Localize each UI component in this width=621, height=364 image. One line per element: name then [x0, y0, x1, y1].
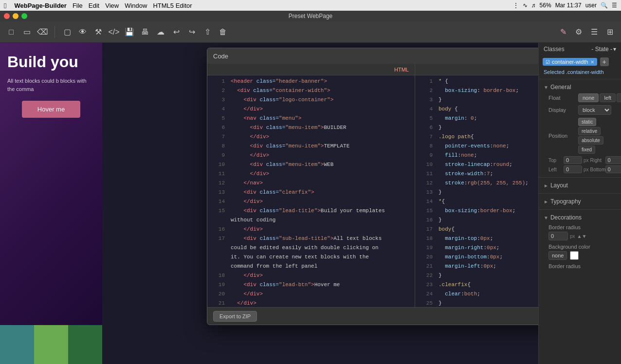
display-row: Display block [544, 104, 616, 116]
html-code-content[interactable]: 1 <header class="header-banner"> 2 <div … [207, 75, 415, 307]
preview-bottom-teal [0, 325, 34, 364]
html-line-2: 2 <div class="container-width"> [207, 87, 415, 96]
left-input[interactable] [564, 165, 582, 173]
user-label[interactable]: user [585, 2, 597, 9]
save-icon[interactable]: 💾 [124, 27, 135, 37]
remove-class-button[interactable]: ✕ [590, 59, 594, 65]
html-line-11: 11 </div> [207, 170, 415, 179]
decorations-collapse[interactable]: ▼ Decorations [544, 213, 616, 222]
main-layout: Build you All text blocks could b blocks… [0, 43, 621, 364]
toolbar-right: ✎ ⚙ ☰ ⊞ [558, 27, 615, 37]
html-line-14: 14 </div> [207, 198, 415, 207]
right-input[interactable] [605, 156, 621, 164]
state-dropdown[interactable]: - State - ▾ [591, 46, 616, 53]
position-relative-button[interactable]: relative [578, 127, 601, 135]
position-absolute-button[interactable]: absolute [578, 136, 603, 145]
html-pane: HTML 1 <header class="header-banner"> 2 … [207, 64, 415, 307]
css-line-9: 9 fill:none; [415, 151, 538, 161]
decorations-section: ▼ Decorations Border radius px ▲▼ Backgr… [539, 211, 621, 274]
list-icon[interactable]: ☰ [589, 27, 600, 37]
phone-icon[interactable]: ⌫ [37, 27, 48, 37]
html-line-4: 4 </div> [207, 105, 415, 114]
brush-icon[interactable]: ✎ [558, 27, 568, 37]
display-select[interactable]: block [578, 105, 611, 115]
preview-title: Build you [7, 53, 95, 71]
search-icon[interactable]: 🔍 [601, 2, 608, 9]
dialog-body: HTML 1 <header class="header-banner"> 2 … [207, 64, 538, 307]
border-radius-input[interactable] [548, 232, 568, 240]
preview-icon[interactable]: 👁 [77, 27, 88, 37]
float-right-button[interactable]: right [617, 93, 621, 102]
chevron-down-icon: ▾ [613, 46, 616, 53]
general-collapse[interactable]: ▼ General [544, 82, 616, 92]
position-row: Position static relative absolute fixed [544, 116, 616, 155]
layout-collapse[interactable]: ► Layout [544, 181, 616, 190]
undo-icon[interactable]: ↩ [171, 27, 182, 37]
menu-window[interactable]: Window [125, 2, 147, 9]
html-line-17: 17 <div class="sub-lead-title">All text … [207, 235, 415, 244]
stepper-icon[interactable]: ▲▼ [577, 234, 587, 239]
apple-icon[interactable]:  [4, 1, 6, 10]
html-line-15: 15 <div class="lead-title">Build your te… [207, 207, 415, 216]
close-button[interactable] [4, 13, 10, 19]
classes-row: ☑ container-width ✕ + [539, 55, 621, 68]
css-line-14: 14 *{ [415, 198, 538, 207]
notification-icon[interactable]: ☰ [612, 2, 617, 9]
typography-collapse[interactable]: ► Typography [544, 197, 616, 206]
position-static-button[interactable]: static [578, 118, 596, 126]
checkbox-icon: ☑ [546, 59, 550, 65]
float-left-button[interactable]: left [600, 93, 616, 102]
html-line-1: 1 <header class="header-banner"> [207, 77, 415, 87]
css-line-18: 18 margin-top:0px; [415, 235, 538, 244]
top-input[interactable] [564, 156, 582, 164]
grid-icon[interactable]: ⊞ [604, 27, 615, 37]
float-none-button[interactable]: none [578, 93, 599, 102]
app-name[interactable]: WebPage-Builder [14, 2, 66, 9]
desktop-icon[interactable]: □ [6, 27, 17, 37]
preview-hover-btn[interactable]: Hover me [22, 101, 80, 118]
dialog-titlebar: Code × [207, 48, 538, 64]
bottom-input[interactable] [605, 165, 621, 173]
gear-icon[interactable]: ⚙ [573, 27, 584, 37]
bg-none-button[interactable]: none [548, 251, 567, 260]
layout-section: ► Layout [539, 179, 621, 192]
tools-icon[interactable]: ⚒ [93, 27, 104, 37]
menu-html5editor[interactable]: HTML5 Editor [153, 2, 192, 9]
print-icon[interactable]: 🖶 [140, 27, 150, 37]
position-fixed-button[interactable]: fixed [578, 146, 595, 154]
battery-level: 56% [540, 2, 551, 9]
class-badge-container-width[interactable]: ☑ container-width ✕ [543, 58, 597, 66]
css-line-17: 17 body{ [415, 225, 538, 235]
upload-icon[interactable]: ⇧ [202, 27, 213, 37]
window-icon[interactable]: ▢ [62, 27, 73, 37]
add-class-button[interactable]: + [600, 57, 609, 66]
editor-area: Code × HTML 1 <header class="header-bann… [102, 43, 538, 364]
redo-icon[interactable]: ↪ [186, 27, 197, 37]
css-line-10: 10 stroke-linecap:round; [415, 161, 538, 170]
css-line-12: 12 stroke:rgb(255, 255, 255); [415, 179, 538, 188]
css-line-7: 7 .logo path{ [415, 133, 538, 142]
preview-bottom [0, 325, 102, 364]
code-dialog: Code × HTML 1 <header class="header-bann… [207, 48, 538, 325]
minimize-button[interactable] [13, 13, 18, 19]
volume-icon: ♬ [531, 2, 536, 9]
toolbar: □ ▭ ⌫ ▢ 👁 ⚒ </> 💾 🖶 ☁ ↩ ↪ ⇧ 🗑 ✎ ⚙ ☰ ⊞ [0, 21, 621, 43]
menu-edit[interactable]: Edit [89, 2, 99, 9]
color-swatch[interactable] [570, 251, 579, 260]
typography-arrow-icon: ► [544, 199, 548, 204]
code-icon[interactable]: </> [109, 27, 119, 37]
maximize-button[interactable] [21, 13, 27, 19]
trash-icon[interactable]: 🗑 [218, 27, 228, 37]
css-code-content[interactable]: 1 * { 2 box-sizing: border-box; 3 } [415, 75, 538, 307]
classes-label: Classes [544, 46, 565, 53]
html-line-20: 20 </div> [207, 290, 415, 299]
menu-file[interactable]: File [73, 2, 83, 9]
html-line-17c: it. You can create new text blocks with … [207, 253, 415, 262]
css-line-11: 11 stroke-width:7; [415, 170, 538, 179]
menu-view[interactable]: View [105, 2, 119, 9]
export-zip-button[interactable]: Export to ZIP [213, 311, 257, 322]
html-line-17d: command from the left panel [207, 262, 415, 272]
tablet-icon[interactable]: ▭ [21, 27, 32, 37]
css-line-15: 15 box-sizing:border-box; [415, 207, 538, 216]
cloud-icon[interactable]: ☁ [155, 27, 166, 37]
